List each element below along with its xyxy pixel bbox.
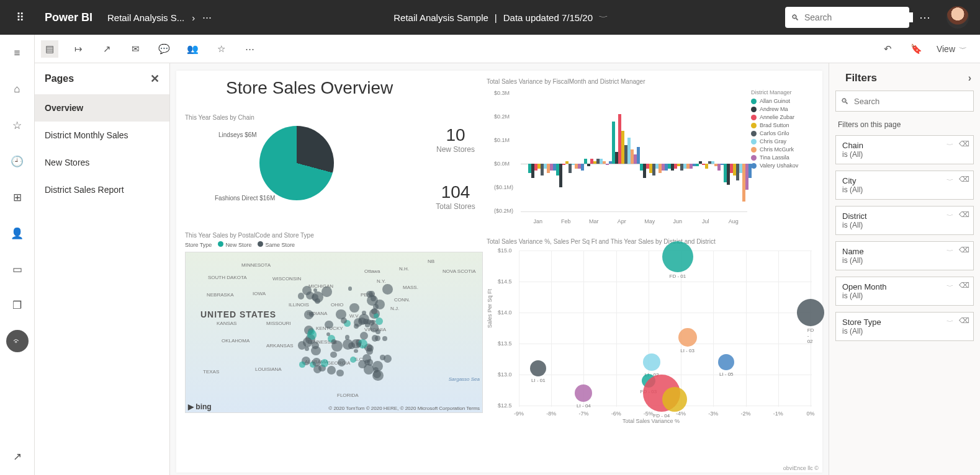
workspace-badge-icon[interactable]: ᯤ: [6, 330, 29, 352]
more-toolbar-icon[interactable]: ⋯: [241, 40, 258, 58]
page-tab[interactable]: District Sales Report: [35, 176, 169, 203]
recent-icon[interactable]: 🕘: [6, 150, 29, 172]
map-label: NB: [428, 259, 434, 264]
chevron-down-icon[interactable]: ﹀: [946, 247, 954, 254]
chat-icon[interactable]: 💬: [155, 40, 173, 58]
visual-bubble-chart[interactable]: Total Sales Variance %, Sales Per Sq Ft …: [487, 238, 816, 424]
chevron-down-icon[interactable]: ﹀: [946, 177, 954, 183]
chevron-down-icon[interactable]: ﹀: [946, 283, 954, 289]
y-axis-label: Sales Per Sq Ft: [487, 289, 493, 328]
bubble-label: LI - 01: [531, 378, 546, 383]
eraser-icon[interactable]: ⌫: [959, 210, 969, 221]
view-menu[interactable]: View ﹀: [937, 43, 968, 55]
filter-value: is (All): [842, 185, 967, 194]
kpi-new-stores[interactable]: 10 New Stores: [412, 125, 499, 154]
top-bar: ⠿ Power BI Retail Analysis S... › ⋯ Reta…: [0, 0, 980, 35]
more-options-icon[interactable]: ⋯: [909, 11, 940, 24]
pie-slice-label: Fashions Direct $16M: [215, 195, 275, 202]
chevron-down-icon[interactable]: ﹀: [599, 14, 608, 20]
pages-title: Pages: [45, 73, 74, 84]
learn-icon[interactable]: ▭: [6, 258, 29, 280]
export-icon[interactable]: ↦: [70, 40, 87, 58]
map-label: N.Y.: [377, 278, 386, 284]
apps-icon[interactable]: ⊞: [6, 186, 29, 208]
x-tick: -8%: [546, 411, 556, 417]
filters-section-label: Filters on this page: [835, 120, 974, 129]
legend-title: District Manager: [751, 89, 816, 95]
app-launcher-icon[interactable]: ⠿: [5, 11, 35, 24]
filters-search-input[interactable]: [854, 97, 968, 106]
eraser-icon[interactable]: ⌫: [959, 281, 969, 291]
bubble-point: [643, 353, 660, 371]
shared-icon[interactable]: 👤: [6, 222, 29, 244]
x-tick: -4%: [676, 411, 686, 417]
legend-item: Tina Lassila: [751, 154, 816, 161]
page-tab[interactable]: District Monthly Sales: [35, 122, 169, 149]
filter-card[interactable]: Open Monthis (All)﹀⌫: [835, 277, 974, 306]
eraser-icon[interactable]: ⌫: [959, 316, 969, 327]
email-icon[interactable]: ✉: [127, 40, 144, 58]
undo-icon[interactable]: ↶: [879, 40, 897, 58]
filter-card[interactable]: Districtis (All)﹀⌫: [835, 206, 974, 235]
global-search-input[interactable]: [804, 12, 913, 22]
page-tab[interactable]: New Stores: [35, 149, 169, 176]
kpi-total-stores[interactable]: 104 Total Stores: [412, 182, 499, 211]
file-menu-icon[interactable]: ▤: [41, 40, 58, 58]
x-tick: -5%: [644, 411, 654, 417]
bubble-point: [718, 354, 734, 370]
breadcrumb-item[interactable]: Retail Analysis S...: [107, 12, 184, 23]
eraser-icon[interactable]: ⌫: [959, 175, 969, 185]
map-label: ILLINOIS: [289, 302, 309, 308]
breadcrumb: Retail Analysis S... › ⋯: [102, 12, 217, 23]
report-credit: obviEnce llc ©: [783, 465, 819, 471]
filter-card[interactable]: Cityis (All)﹀⌫: [835, 171, 974, 200]
eraser-icon[interactable]: ⌫: [959, 246, 969, 256]
user-avatar[interactable]: [946, 6, 969, 29]
map-label: SOUTH DAKOTA: [208, 275, 247, 280]
bookmark-icon[interactable]: 🔖: [908, 40, 925, 58]
chevron-down-icon[interactable]: ﹀: [946, 141, 954, 148]
share-icon[interactable]: ↗: [98, 40, 115, 58]
filter-card[interactable]: Chainis (All)﹀⌫: [835, 135, 974, 164]
global-search[interactable]: 🔍︎: [785, 7, 909, 28]
teams-icon[interactable]: 👥: [184, 40, 201, 58]
filters-pane: Filters › 🔍︎ Filters on this page Chaini…: [829, 63, 980, 475]
bubble-label: LI - 04: [577, 403, 591, 409]
legend-item: Allan Guinot: [751, 98, 816, 104]
filter-card[interactable]: Store Typeis (All)﹀⌫: [835, 312, 974, 341]
ellipsis-icon[interactable]: ⋯: [202, 12, 212, 23]
visual-bar-chart[interactable]: Total Sales Variance by FiscalMonth and …: [487, 78, 816, 227]
visual-map[interactable]: This Year Sales by PostalCode and Store …: [185, 232, 483, 424]
filters-search[interactable]: 🔍︎: [835, 91, 974, 112]
visual-title: This Year Sales by PostalCode and Store …: [185, 232, 483, 239]
favorite-icon[interactable]: ☆: [212, 40, 230, 58]
chevron-right-icon[interactable]: ›: [968, 73, 971, 84]
filter-value: is (All): [842, 221, 967, 229]
x-axis-label: Total Sales Variance %: [623, 418, 680, 424]
x-tick: -6%: [611, 411, 621, 417]
home-icon[interactable]: ⌂: [6, 78, 29, 100]
visual-pie[interactable]: This Year Sales by Chain Lindseys $6M Fa…: [185, 114, 408, 226]
brand-label[interactable]: Power BI: [35, 11, 102, 24]
bubble-point: [662, 387, 687, 412]
popout-icon[interactable]: ↗: [6, 445, 29, 468]
workspaces-icon[interactable]: ❐: [6, 294, 29, 316]
legend-item: Chris Gray: [751, 138, 816, 144]
map-label: ARKANSAS: [266, 343, 294, 348]
page-title: Store Sales Overview: [226, 78, 393, 98]
legend-item: Carlos Grilo: [751, 130, 816, 136]
favorites-icon[interactable]: ☆: [6, 114, 29, 136]
page-tab[interactable]: Overview: [35, 94, 169, 122]
x-tick: -7%: [578, 411, 588, 417]
y-tick: $0.3M: [494, 90, 510, 96]
hamburger-icon[interactable]: ≡: [6, 42, 29, 64]
eraser-icon[interactable]: ⌫: [959, 140, 969, 150]
chevron-down-icon[interactable]: ﹀: [946, 318, 954, 324]
close-icon[interactable]: ✕: [150, 72, 160, 86]
filter-card[interactable]: Nameis (All)﹀⌫: [835, 241, 974, 270]
map-label: FLORIDA: [337, 393, 359, 398]
filter-value: is (All): [842, 327, 967, 335]
x-tick: Jun: [673, 218, 682, 224]
chevron-down-icon[interactable]: ﹀: [946, 212, 954, 218]
bubble-point: [530, 360, 546, 376]
